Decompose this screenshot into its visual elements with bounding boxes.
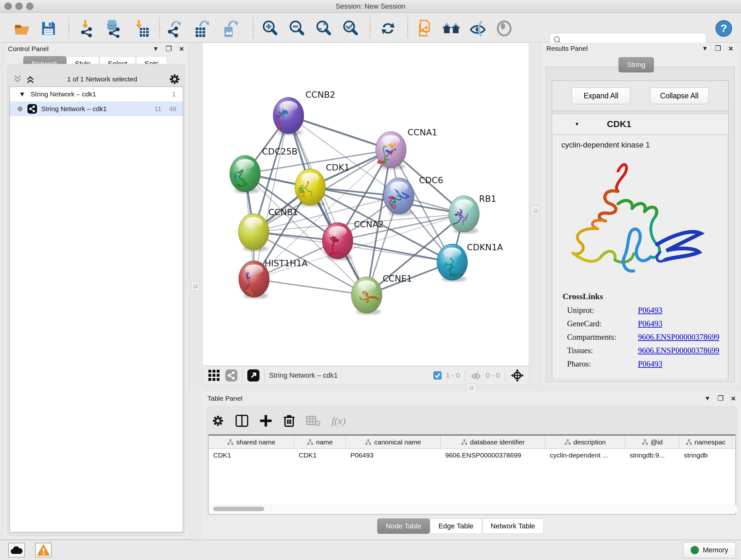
table-panel-float-icon[interactable]: ❐ — [718, 394, 724, 402]
control-panel-close-icon[interactable]: ✕ — [179, 45, 184, 53]
crosslink-link[interactable]: P06493 — [638, 306, 662, 315]
column-header-description[interactable]: description — [545, 435, 625, 449]
right-splitter[interactable] — [529, 43, 542, 385]
control-panel-collapse-icon[interactable]: ▼ — [153, 45, 159, 52]
node-CDK1[interactable] — [295, 169, 326, 207]
gear-icon[interactable] — [169, 73, 181, 85]
refresh-layout-button[interactable] — [379, 19, 398, 38]
save-session-button[interactable] — [39, 19, 58, 38]
network-graph[interactable]: CCNB2CCNA1CDC25BCDK1CDC6RB1CCNB1CCNA2CDK… — [203, 43, 529, 366]
selected-checkbox-icon[interactable] — [433, 371, 442, 380]
open-session-button[interactable] — [12, 19, 31, 38]
node-CCNA1[interactable] — [376, 132, 406, 170]
import-table-file-button[interactable] — [131, 19, 151, 38]
results-panel-close-icon[interactable]: ✕ — [728, 45, 733, 52]
delete-column-icon[interactable] — [283, 414, 295, 428]
help-button[interactable]: ? — [714, 19, 733, 38]
table-cell[interactable]: stringdb:9... — [625, 449, 679, 462]
node-CCNE1[interactable] — [351, 277, 382, 315]
zoom-selected-button[interactable] — [341, 19, 360, 38]
table-cell[interactable]: 9606.ENSP00000378699 — [441, 449, 545, 462]
left-splitter[interactable] — [189, 43, 202, 385]
horizontal-splitter[interactable] — [202, 385, 741, 391]
results-panel-collapse-icon[interactable]: ▼ — [702, 45, 708, 52]
open-in-new-icon[interactable] — [247, 369, 260, 382]
left-splitter-handle[interactable] — [191, 281, 199, 291]
warning-button[interactable] — [35, 543, 52, 557]
column-header-namespac[interactable]: namespac — [679, 435, 732, 449]
network-share-icon — [27, 104, 37, 114]
column-header-name[interactable]: name — [294, 435, 346, 449]
network-tree-child-row[interactable]: String Network – cdk1 11 48 — [10, 102, 183, 116]
edge-CCNB2-CCNA1[interactable] — [288, 116, 391, 150]
crosslink-link[interactable]: 9606.ENSP00000378699 — [638, 346, 719, 355]
protein-section-header[interactable]: ▼ CDK1 — [552, 114, 728, 134]
import-network-database-button[interactable] — [104, 19, 123, 38]
section-expander-icon[interactable]: ▼ — [575, 121, 580, 127]
network-tree-root-row[interactable]: ▼ String Network – cdk1 1 — [10, 87, 183, 102]
node-CDKN1A[interactable] — [437, 244, 468, 282]
table-horizontal-scrollbar[interactable] — [210, 505, 737, 512]
node-gloss — [245, 217, 263, 228]
node-RB1[interactable] — [449, 196, 479, 234]
expand-all-icon[interactable] — [25, 74, 36, 84]
table-row[interactable]: CDK1CDK1P064939606.ENSP00000378699cyclin… — [209, 449, 735, 462]
add-column-icon[interactable] — [259, 415, 272, 427]
horizontal-splitter-handle[interactable] — [467, 383, 476, 392]
control-panel-float-icon[interactable]: ❐ — [165, 45, 172, 53]
table-panel-close-icon[interactable]: ✕ — [731, 395, 736, 402]
cloud-button[interactable] — [8, 543, 25, 557]
export-image-button[interactable] — [221, 19, 240, 38]
zoom-fit-button[interactable] — [314, 19, 333, 38]
tree-expander-icon[interactable]: ▼ — [19, 90, 25, 98]
expand-all-button[interactable]: Expand All — [571, 87, 630, 104]
export-table-button[interactable] — [193, 19, 212, 38]
column-header--id[interactable]: @id — [625, 435, 679, 449]
crosslink-link[interactable]: P06493 — [638, 319, 662, 328]
collapse-all-button[interactable]: Collapse All — [650, 87, 709, 104]
column-header-database-identifier[interactable]: database identifier — [441, 435, 545, 449]
table-cell[interactable]: CDK1 — [209, 449, 294, 462]
export-network-button[interactable] — [166, 19, 185, 38]
table-cell[interactable]: P06493 — [346, 449, 441, 462]
scrollbar-thumb[interactable] — [213, 507, 264, 511]
show-columns-icon[interactable] — [235, 414, 249, 428]
right-splitter-handle[interactable] — [531, 206, 540, 215]
show-hide-button[interactable] — [468, 19, 488, 38]
node-CDC25B[interactable] — [230, 155, 260, 193]
results-panel-float-icon[interactable]: ❐ — [715, 44, 721, 53]
birds-eye-crosshair-icon[interactable] — [510, 368, 524, 382]
results-tab-string[interactable]: String — [618, 57, 654, 72]
column-header-canonical-name[interactable]: canonical name — [346, 435, 441, 449]
table-cell[interactable]: cyclin-dependent ... — [545, 449, 625, 462]
node-CCNB1[interactable] — [239, 213, 269, 252]
table-panel-collapse-icon[interactable]: ▼ — [704, 395, 711, 402]
network-view-share-icon[interactable] — [225, 369, 238, 382]
network-canvas[interactable]: CCNB2CCNA1CDC25BCDK1CDC6RB1CCNB1CCNA2CDK… — [202, 43, 529, 366]
column-header-shared-name[interactable]: shared name — [209, 435, 294, 449]
collapse-all-icon[interactable] — [12, 74, 23, 84]
table-cell[interactable]: stringdb — [679, 449, 732, 462]
import-network-file-button[interactable] — [78, 19, 97, 38]
edge-CCNA2-CDKN1A[interactable] — [338, 241, 452, 262]
table-tab-network-table[interactable]: Network Table — [482, 518, 544, 534]
hidden-eye-icon[interactable] — [470, 371, 482, 380]
zoom-in-button[interactable] — [260, 19, 280, 38]
table-tab-edge-table[interactable]: Edge Table — [430, 518, 482, 534]
table-cell[interactable]: CDK1 — [294, 449, 346, 462]
grid-view-icon[interactable] — [208, 369, 220, 382]
help-icon: ? — [715, 20, 732, 37]
table-gear-icon[interactable] — [212, 415, 224, 427]
edge-HIST1H1A-CCNE1[interactable] — [254, 279, 367, 295]
crosslink-link[interactable]: P06493 — [638, 360, 662, 368]
zoom-out-button[interactable] — [287, 19, 307, 38]
column-type-icon — [227, 439, 233, 445]
string-protein-query-button[interactable] — [415, 19, 434, 38]
table-tab-node-table[interactable]: Node Table — [377, 518, 430, 534]
control-panel: Control Panel ▼ ❐ ✕ NetworkStyleSelectSe… — [3, 43, 189, 540]
inactive-eye-button[interactable] — [495, 19, 514, 38]
string-home-button[interactable] — [442, 19, 461, 38]
memory-button[interactable]: Memory — [683, 542, 736, 558]
crosslink-link[interactable]: 9606.ENSP00000378699 — [638, 333, 719, 341]
edge-CCNB2-HIST1H1A[interactable] — [254, 116, 288, 279]
